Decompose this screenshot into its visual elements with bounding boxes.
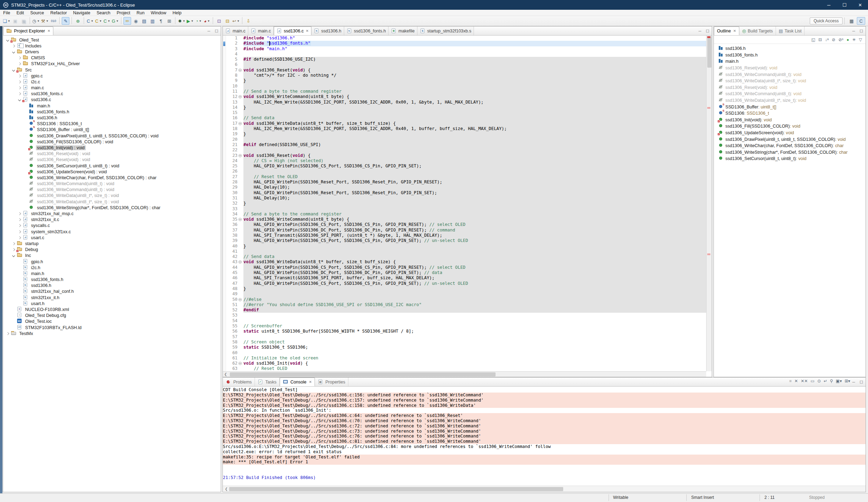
coverage-button[interactable]: ◕▼ <box>203 17 211 25</box>
launch-history-button[interactable]: ◷▼ <box>32 17 40 25</box>
perspective-other-button[interactable]: ▦ <box>847 17 856 25</box>
outline-item-ssd1306-writecommand-uint8-t-void[interactable]: ssd1306_WriteCommand(uint8_t) : void <box>714 91 866 97</box>
editor-tab-startup-stm32f103xb-s[interactable]: Sstartup_stm32f103xb.s <box>417 26 474 35</box>
chevron-collapsed-icon[interactable] <box>18 86 21 89</box>
scrollbar-thumb[interactable] <box>229 487 563 491</box>
annotation-ruler[interactable] <box>223 36 226 371</box>
tab-properties[interactable]: ▤Properties <box>315 378 348 386</box>
scroll-lock-button[interactable]: ⊙ <box>817 379 821 383</box>
tree-item-ssd1306-fonts-c[interactable]: .cssd1306_fonts.c <box>3 91 221 97</box>
chevron-collapsed-icon[interactable] <box>6 332 9 335</box>
tree-item-system-stm32f1xx-c[interactable]: .csystem_stm32f1xx.c <box>3 229 221 235</box>
tree-item-ssd1306-setcursor-uint8-t-uint8-t-void[interactable]: ssd1306_SetCursor(uint8_t, uint8_t) : vo… <box>3 163 221 169</box>
new-c-file-button[interactable]: C▼ <box>86 17 94 25</box>
tree-item-ssd1306-h[interactable]: ssd1306.h <box>3 115 221 121</box>
new-wizard-button[interactable]: ❏▼ <box>2 17 11 25</box>
build-binary-button[interactable]: 010 <box>50 17 57 25</box>
tree-item-main-h[interactable]: main.h <box>3 103 221 109</box>
clear-console-button[interactable]: ▭ <box>810 379 814 383</box>
tab-project-explorer[interactable]: Project Explorer ✕ <box>3 26 53 35</box>
occurrence-marker[interactable] <box>707 253 710 255</box>
tree-item-ssd1306-c[interactable]: .c×ssd1306.c <box>3 97 221 103</box>
tree-item-ssd1306-fonts-h[interactable]: hssd1306_fonts.h <box>3 277 221 283</box>
menu-window[interactable]: Window <box>148 10 169 16</box>
copy-view-button[interactable]: ⊞ <box>165 17 173 25</box>
maximize-window-button[interactable]: ☐ <box>837 0 852 10</box>
tree-item-ssd1306-writestring-char-fontdef-ssd1306-color-char[interactable]: ssd1306_WriteString(char*, FontDef, SSD1… <box>3 205 221 211</box>
code-editor[interactable]: 1234567891011121314151617181920212223242… <box>223 36 706 371</box>
close-icon[interactable]: ✕ <box>309 380 312 384</box>
tab-task-list[interactable]: ▤Task List <box>776 26 805 35</box>
last-edit-button[interactable]: ↩▼ <box>232 17 240 25</box>
tree-item-ssd1306-updatescreen-void-void[interactable]: ×ssd1306_UpdateScreen(void) : void <box>3 169 221 175</box>
perspective-cpp-button[interactable]: C <box>857 17 865 25</box>
tree-item-ssd1306-buffer-uint8-t-[interactable]: SSSD1306_Buffer : uint8_t[] <box>3 127 221 133</box>
tree-item-ssd1306-h[interactable]: hssd1306.h <box>3 283 221 289</box>
sort-button[interactable]: ↓ᵃ <box>825 37 829 42</box>
remove-all-launches-button[interactable]: ✕✕ <box>801 379 808 383</box>
chevron-collapsed-icon[interactable] <box>12 248 15 251</box>
tab-problems[interactable]: !Problems <box>223 378 255 386</box>
maximize-view-button[interactable]: ☐ <box>705 28 710 34</box>
highlighter-toggle[interactable]: ✏ <box>123 17 131 25</box>
chevron-collapsed-icon[interactable] <box>18 224 21 227</box>
view-menu-button[interactable]: ▽ <box>859 37 862 42</box>
tab-tasks[interactable]: ✓Tasks <box>255 378 280 386</box>
fold-marker-icon[interactable] <box>239 122 242 125</box>
minimize-view-button[interactable]: ─ <box>851 28 856 34</box>
chevron-collapsed-icon[interactable] <box>18 81 21 83</box>
chevron-collapsed-icon[interactable] <box>18 56 21 59</box>
tree-item-nucleo-f103rb-xml[interactable]: XNUCLEO-F103RB.xml <box>3 306 221 312</box>
outline-item-main-h[interactable]: main.h <box>714 58 866 65</box>
tree-item-ssd1306-writechar-char-fontdef-ssd1306-color-char[interactable]: ssd1306_WriteChar(char, FontDef, SSD1306… <box>3 175 221 181</box>
tree-item-ssd1306-writecommand-uint8-t-void[interactable]: ssd1306_WriteCommand(uint8_t) : void <box>3 181 221 187</box>
tree-item-drivers[interactable]: Drivers <box>3 49 221 55</box>
collapse-all-button[interactable]: ⊟ <box>818 37 822 42</box>
menu-help[interactable]: Help <box>169 10 185 16</box>
menu-edit[interactable]: Edit <box>13 10 27 16</box>
menu-refactor[interactable]: Refactor <box>47 10 70 16</box>
tab-outline[interactable]: Outline✕ <box>714 26 739 35</box>
tree-item-cmsis[interactable]: CMSIS <box>3 55 221 61</box>
outline-item-ssd1306-updatescreen-void-void[interactable]: ×ssd1306_UpdateScreen(void) : void <box>714 130 866 136</box>
editor-horizontal-scrollbar[interactable]: ❮ <box>223 371 706 377</box>
outline-item-ssd1306-ssd1306-t[interactable]: SSSD1306 : SSD1306_t <box>714 110 866 117</box>
scroll-left-icon[interactable]: ❮ <box>223 372 228 376</box>
tree-item-ssd1306-writedata-uint8-t-size-t-void[interactable]: ssd1306_WriteData(uint8_t*, size_t) : vo… <box>3 193 221 199</box>
open-resource-button[interactable]: ⊟ <box>224 17 231 25</box>
chevron-collapsed-icon[interactable] <box>18 74 21 77</box>
tree-item-oled-test-debug-cfg[interactable]: ≡Oled_Test Debug.cfg <box>3 313 221 319</box>
new-c-class-button[interactable]: C▼ <box>95 17 102 25</box>
close-icon[interactable]: ✕ <box>733 29 736 33</box>
hide-static-members-button[interactable]: ⊘ˢ <box>838 37 843 42</box>
display-selected-console-button[interactable]: ▣▾ <box>836 379 842 383</box>
outline-item-ssd1306-init-void-void[interactable]: ×ssd1306_Init(void) : void <box>714 117 866 123</box>
menu-file[interactable]: File <box>0 10 13 16</box>
menu-run[interactable]: Run <box>133 10 148 16</box>
tree-item-oled-test[interactable]: ×Oled_Test <box>3 37 221 43</box>
tree-item-i2c-h[interactable]: hi2c.h <box>3 265 221 271</box>
tree-item-ssd1306-fonts-h[interactable]: ssd1306_fonts.h <box>3 109 221 115</box>
chevron-collapsed-icon[interactable] <box>18 218 21 221</box>
minimize-view-button[interactable]: ─ <box>851 379 856 385</box>
tree-item-stm32f1xx-it-h[interactable]: hstm32f1xx_it.h <box>3 295 221 301</box>
outline-item-ssd1306-fill-ssd1306-color-void[interactable]: ssd1306_Fill(SSD1306_COLOR) : void <box>714 123 866 130</box>
close-icon[interactable]: ✕ <box>47 29 50 33</box>
tree-item-ssd1306-writedata-uint8-t-size-t-void[interactable]: ssd1306_WriteData(uint8_t*, size_t) : vo… <box>3 199 221 205</box>
tree-item-stm32f1xx-hal-driver[interactable]: STM32F1xx_HAL_Driver <box>3 61 221 67</box>
occurrence-marker[interactable] <box>707 107 710 109</box>
scroll-left-icon[interactable]: ❮ <box>224 487 229 491</box>
tree-item-ssd1306-reset-void-void[interactable]: ssd1306_Reset(void) : void <box>3 157 221 163</box>
chevron-collapsed-icon[interactable] <box>18 230 21 233</box>
mark-occurrences-toggle[interactable]: ✎ <box>62 17 69 25</box>
tree-item-testmx[interactable]: TestMx <box>3 330 221 336</box>
tree-item-stm32f103rbtx-flash-ld[interactable]: LDSTM32F103RBTx_FLASH.ld <box>3 325 221 330</box>
tree-item-oled-test-ioc[interactable]: MXOled_Test.ioc <box>3 319 221 325</box>
terminate-button[interactable]: ■ <box>789 379 792 383</box>
show-whitespace-toggle[interactable]: ¶ <box>157 17 165 25</box>
outline-item-ssd1306-setcursor-uint8-t-uint8-t-void[interactable]: ssd1306_SetCursor(uint8_t, uint8_t) : vo… <box>714 155 866 162</box>
tree-item-ssd1306-drawpixel-uint8-t-uint8-t-ssd1306-color-void[interactable]: ssd1306_DrawPixel(uint8_t, uint8_t, SSD1… <box>3 133 221 139</box>
maximize-view-button[interactable]: ☐ <box>859 28 864 34</box>
menu-navigate[interactable]: Navigate <box>70 10 93 16</box>
line-number-gutter[interactable]: 1234567891011121314151617181920212223242… <box>226 36 239 371</box>
